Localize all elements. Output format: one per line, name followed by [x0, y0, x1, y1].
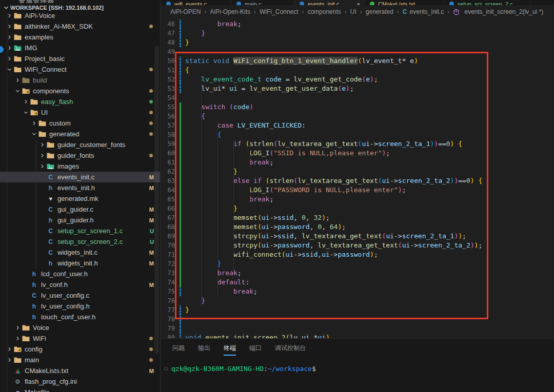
- tree-item-main[interactable]: main: [0, 355, 160, 365]
- tree-item-components[interactable]: components: [0, 86, 160, 96]
- line-number[interactable]: 77: [161, 305, 180, 315]
- breadcrumb-item[interactable]: events_init_screen_2(lv_ui *): [464, 8, 543, 15]
- line-number[interactable]: 80: [161, 333, 180, 338]
- line-number[interactable]: 60: [161, 149, 180, 158]
- code-text[interactable]: {: [185, 112, 205, 121]
- tree-item-aithinker-ai-m6x-sdk[interactable]: aithinker_Ai-M6X_SDK: [0, 21, 160, 32]
- line-number[interactable]: 74: [161, 278, 180, 287]
- breadcrumb-item[interactable]: AiPi-Open-Kits: [210, 8, 250, 15]
- code-text[interactable]: }: [185, 296, 205, 305]
- line-number[interactable]: 57: [161, 121, 180, 130]
- tree-item-img[interactable]: IMG: [0, 43, 160, 53]
- code-text[interactable]: {: [185, 130, 221, 139]
- code-text[interactable]: break;: [185, 195, 273, 204]
- tree-item-build[interactable]: build: [0, 75, 160, 86]
- panel-tab-item[interactable]: 输出: [198, 344, 210, 356]
- code-text[interactable]: static void WiFi_config_btn_1_event_hand…: [185, 56, 418, 66]
- code-text[interactable]: }: [185, 29, 205, 38]
- line-number[interactable]: 50: [161, 56, 180, 66]
- breadcrumb-item[interactable]: components: [307, 8, 341, 15]
- code-text[interactable]: {: [185, 66, 189, 75]
- editor-tab-cmakelists-txt[interactable]: CMakeLists.txt: [365, 0, 444, 5]
- code-text[interactable]: memset(ui->password, 0, 64);: [185, 222, 346, 232]
- tree-item-project-basic[interactable]: Project_basic: [0, 53, 160, 64]
- code-text[interactable]: if (strlen(lv_textarea_get_text(ui->scre…: [185, 139, 462, 149]
- code-text[interactable]: break;: [185, 19, 242, 29]
- breadcrumb-item[interactable]: WiFi_Connect: [260, 8, 298, 15]
- line-number[interactable]: 71: [161, 250, 180, 259]
- tree-item-guider-fonts[interactable]: guider_fonts: [0, 150, 160, 161]
- code-text[interactable]: LOG_I("PASSWORD is NULL,please enter");: [185, 185, 406, 195]
- terminal[interactable]: qzk@qzk-B360M-GAMING-HD : ~/workspace $: [164, 365, 554, 373]
- code-text[interactable]: }: [185, 259, 221, 269]
- tree-item-guider-customer-fonts[interactable]: guider_customer_fonts: [0, 139, 160, 150]
- line-number[interactable]: 68: [161, 222, 180, 232]
- line-number[interactable]: 64: [161, 185, 180, 195]
- line-number[interactable]: 53: [161, 84, 180, 93]
- line-number[interactable]: 70: [161, 241, 180, 250]
- tree-item-examples[interactable]: examples: [0, 32, 160, 43]
- line-number[interactable]: 54: [161, 93, 180, 102]
- code-text[interactable]: lv_event_code_t code = lv_event_get_code…: [185, 75, 378, 84]
- breadcrumb-item[interactable]: AiPi-OPEN: [170, 8, 201, 15]
- tree-item-voice[interactable]: Voice: [0, 322, 160, 333]
- tree-item-ui[interactable]: UI: [0, 107, 160, 118]
- code-text[interactable]: memset(ui->ssid, 0, 32);: [185, 213, 330, 222]
- line-number[interactable]: 56: [161, 112, 180, 121]
- tree-item-generated[interactable]: generated: [0, 129, 160, 139]
- breadcrumb-item[interactable]: UI: [350, 8, 357, 15]
- panel-tab-item[interactable]: 调试控制台: [275, 344, 306, 356]
- close-icon[interactable]: ×: [357, 1, 360, 5]
- tree-item-lv-conf-h[interactable]: hlv_conf.hM: [0, 279, 160, 290]
- code-text[interactable]: strcpy(ui->ssid, lv_textarea_get_text(ui…: [185, 232, 466, 241]
- code-text[interactable]: }: [185, 204, 238, 213]
- tree-item-lv-user-config-h[interactable]: hlv_user_config.h: [0, 301, 160, 312]
- code-text[interactable]: lv_ui* ui = lv_event_get_user_data(e);: [185, 84, 354, 93]
- code-text[interactable]: void events_init_screen_2(lv_ui *ui): [185, 333, 330, 338]
- tree-item-setup-scr-screen-2-c[interactable]: Csetup_scr_screen_2.cU: [0, 236, 160, 247]
- tree-item-widgets-init-h[interactable]: hwidgets_init.hM: [0, 258, 160, 269]
- tree-item-makefile[interactable]: ♥Makefile: [0, 387, 160, 392]
- line-number[interactable]: 47: [161, 29, 180, 38]
- tree-item-gui-guider-h[interactable]: hgui_guider.hM: [0, 215, 160, 225]
- tree-item-wifi-connect[interactable]: WiFi_Connect: [0, 64, 160, 75]
- code-text[interactable]: }: [185, 305, 189, 315]
- tree-item-widgets-init-c[interactable]: Cwidgets_init.cM: [0, 247, 160, 258]
- line-number[interactable]: 62: [161, 167, 180, 176]
- sidebar-scrollbar[interactable]: [154, 46, 159, 354]
- tree-item-setup-scr-screen-1-c[interactable]: Csetup_scr_screen_1.cU: [0, 225, 160, 236]
- line-number[interactable]: 46: [161, 19, 180, 29]
- code-text[interactable]: LOG_I("SSID is NULL,please enter");: [185, 149, 390, 158]
- line-number[interactable]: 67: [161, 213, 180, 222]
- panel-tab-item[interactable]: 端口: [249, 344, 262, 356]
- line-number[interactable]: 76: [161, 296, 180, 305]
- line-number[interactable]: 48: [161, 38, 180, 47]
- line-number[interactable]: 61: [161, 158, 180, 167]
- editor-tab-events-init-c[interactable]: events_init.c×: [294, 0, 365, 5]
- tree-item-images[interactable]: images: [0, 161, 160, 172]
- line-number[interactable]: 55: [161, 102, 180, 112]
- panel-tab-item[interactable]: 问题: [172, 344, 185, 356]
- tree-item-events-init-h[interactable]: hevents_init.hM: [0, 182, 160, 193]
- tree-item-gui-guider-c[interactable]: Cgui_guider.cM: [0, 204, 160, 215]
- editor-tab-setup-scr-screen-2-c[interactable]: setup_scr_screen_2.c: [444, 0, 530, 5]
- tree-item-config[interactable]: config: [0, 344, 160, 355]
- line-number[interactable]: 49: [161, 47, 180, 56]
- panel-tab-terminal-active[interactable]: 终端: [224, 344, 236, 356]
- line-number[interactable]: 63: [161, 176, 180, 185]
- code-text[interactable]: switch (code): [185, 102, 253, 112]
- code-text[interactable]: case LV_EVENT_CLICKED:: [185, 121, 306, 130]
- tree-item-lcd-conf-user-h[interactable]: hlcd_conf_user.h: [0, 269, 160, 279]
- tree-item-wifi[interactable]: WiFi: [0, 333, 160, 344]
- tree-item-custom[interactable]: custom: [0, 118, 160, 129]
- line-number[interactable]: 65: [161, 195, 180, 204]
- tree-item-easy-flash[interactable]: easy_flash: [0, 96, 160, 107]
- tree-item-events-init-c[interactable]: Cevents_init.cM: [0, 172, 160, 182]
- editor-tab-main-c[interactable]: main.c: [231, 0, 294, 5]
- breadcrumb-item[interactable]: events_init.c: [410, 8, 444, 15]
- code-editor[interactable]: 46 break;47 }48}4950static void WiFi_con…: [161, 18, 554, 338]
- tree-item-touch-conf-user-h[interactable]: htouch_conf_user.h: [0, 312, 160, 322]
- code-text[interactable]: }: [185, 38, 189, 47]
- line-number[interactable]: 66: [161, 204, 180, 213]
- code-text[interactable]: break;: [185, 287, 258, 296]
